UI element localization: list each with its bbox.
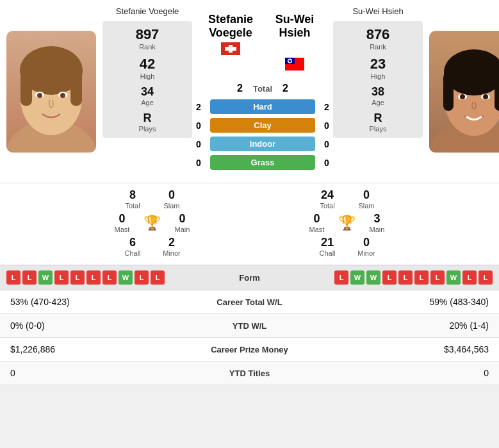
left-total-val: 8 [115,188,151,202]
left-chall-lbl: Chall [115,249,151,257]
form-badge: L [86,270,101,285]
left-total-cell: 8 Total [115,188,151,210]
left-mast-cell: 0 Mast [104,212,140,233]
left-main-cell: 0 Main [165,212,200,233]
grass-left: 0 [192,158,205,168]
right-trophy-icon: 🏆 [338,215,356,231]
right-bottom-photo-space [397,186,499,260]
form-badge: L [54,270,69,285]
left-minor-lbl: Minor [154,249,190,257]
right-age-box: 38 Age [338,85,418,106]
left-plays-value: R [108,112,187,125]
left-chall-minor-row: 6 Chall 2 Minor [105,236,199,257]
form-badge: W [38,270,53,285]
hard-left: 2 [192,102,205,112]
right-player-stats: 876 Rank 23 High 38 Age R Plays [333,21,423,138]
form-badge: L [398,270,413,285]
left-high-label: High [108,72,187,80]
form-badge: L [462,270,477,285]
right-total-lbl: Total [310,202,345,210]
right-chall-cell: 21 Chall [310,236,345,257]
right-form-badges: LWWLLLLWLL [266,270,493,285]
right-chall-minor-row: 21 Chall 0 Minor [300,236,394,257]
center-names-row: Stefanie Voegele Su-Wei Hsieh [192,13,333,78]
left-chall-cell: 6 Chall [115,236,151,257]
form-badge: L [102,270,117,285]
form-section: LLWLLLLWLL Form LWWLLLLWLL [0,265,499,290]
svg-point-25 [460,94,465,99]
grass-right: 0 [320,158,333,168]
indoor-left: 0 [192,139,205,149]
clay-left: 0 [192,120,205,131]
left-player-label: Stefanie Voegele [116,6,179,19]
stats-left-value: 0% (0-0) [10,320,186,331]
svg-point-26 [483,94,488,99]
center-right-name: Su-Wei Hsieh [263,13,327,74]
form-badge: L [6,270,20,285]
right-rank-value: 876 [338,26,418,43]
clay-right: 0 [320,120,333,131]
left-plays-label: Plays [108,125,187,133]
left-slam-val: 0 [154,188,190,202]
left-player-stats: 897 Rank 42 High 34 Age R Plays [102,21,192,138]
bottom-player-stats: 8 Total 0 Slam 0 Mast 🏆 0 Main [0,183,499,265]
stats-center-label: Career Total W/L [186,297,314,307]
left-rank-value: 897 [108,26,187,43]
left-total-lbl: Total [115,202,151,210]
left-mast-val: 0 [104,212,140,226]
hard-right: 2 [320,102,333,112]
left-player-photo [6,31,96,153]
right-chall-val: 21 [310,236,345,249]
form-badge: L [70,270,85,285]
right-mast-lbl: Mast [299,226,334,233]
surface-row-indoor: 0 Indoor 0 [192,137,333,151]
right-high-label: High [338,72,418,80]
right-chall-lbl: Chall [310,249,345,257]
svg-point-9 [60,93,65,98]
form-badge: L [414,270,429,285]
svg-rect-4 [20,71,32,106]
left-high-box: 42 High [108,56,187,80]
left-rank-label: Rank [108,43,187,51]
right-plays-label: Plays [338,125,418,133]
svg-rect-22 [495,72,499,111]
right-age-label: Age [338,99,418,106]
grass-badge: Grass [210,155,315,170]
left-mast-main-row: 0 Mast 🏆 0 Main [105,212,199,233]
right-age-value: 38 [338,85,418,99]
left-main-val: 0 [165,212,200,226]
left-slam-cell: 0 Slam [154,188,190,210]
stats-row: 0% (0-0)YTD W/L20% (1-4) [0,314,499,338]
right-high-box: 23 High [338,56,418,80]
total-left-num: 2 [237,83,243,94]
right-player-photo-area [423,6,499,176]
left-total-slam-row: 8 Total 0 Slam [105,188,199,210]
right-slam-val: 0 [349,188,384,202]
left-high-value: 42 [108,56,187,72]
left-trophy-icon: 🏆 [143,215,161,231]
stats-center-label: YTD Titles [186,369,314,378]
left-age-label: Age [108,99,187,106]
right-minor-cell: 0 Minor [349,236,384,257]
left-form-badges: LLWLLLLWLL [6,270,233,285]
svg-rect-21 [443,72,454,111]
stats-right-value: 0 [314,368,489,378]
form-badge: L [135,270,149,285]
right-slam-lbl: Slam [349,202,384,210]
main-container: Stefanie Voegele 897 Rank 42 High 34 Age… [0,0,499,385]
left-plays-box: R Plays [108,112,187,133]
surface-rows: 2 Hard 2 0 Clay 0 0 Indoor 0 0 Grass [192,99,333,170]
right-main-lbl: Main [359,226,395,233]
indoor-badge: Indoor [210,137,315,151]
swiss-flag-icon [221,42,240,55]
right-rank-label: Rank [338,43,418,51]
left-main-lbl: Main [165,226,200,233]
right-rank-box: 876 Rank [338,26,418,51]
right-mast-cell: 0 Mast [299,212,334,233]
stats-row: 53% (470-423)Career Total W/L59% (483-34… [0,290,499,314]
right-main-cell: 3 Main [359,212,395,233]
surface-row-grass: 0 Grass 0 [192,155,333,170]
surface-row-hard: 2 Hard 2 [192,99,333,114]
form-badge: W [366,270,380,285]
right-player-photo [429,31,499,153]
